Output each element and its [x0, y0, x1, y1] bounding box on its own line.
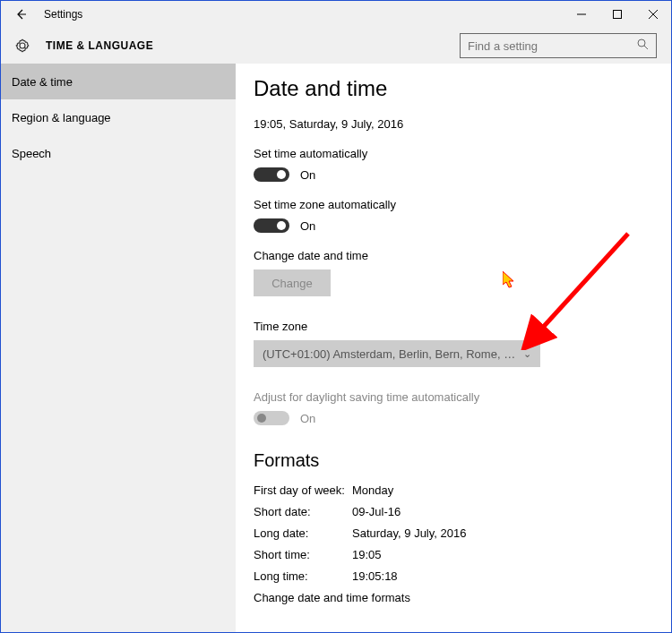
- set-time-auto-label: Set time automatically: [254, 147, 653, 160]
- change-button-label: Change: [271, 277, 313, 290]
- sidebar-item-date-time[interactable]: Date & time: [1, 64, 236, 99]
- window-title: Settings: [44, 8, 82, 21]
- fmt-long-date-value: Saturday, 9 July, 2016: [352, 526, 466, 540]
- set-time-auto-state: On: [300, 168, 315, 182]
- dst-state: On: [300, 412, 315, 425]
- set-time-auto-toggle[interactable]: [254, 167, 289, 182]
- timezone-value: (UTC+01:00) Amsterdam, Berlin, Bern, Rom…: [263, 347, 518, 361]
- fmt-first-day-value: Monday: [352, 483, 393, 497]
- titlebar: Settings: [1, 1, 671, 28]
- fmt-long-time-value: 19:05:18: [352, 569, 398, 583]
- back-button[interactable]: [8, 8, 33, 21]
- timezone-label: Time zone: [254, 320, 653, 333]
- fmt-long-time-label: Long time:: [254, 569, 352, 583]
- sidebar-item-region-language[interactable]: Region & language: [1, 99, 236, 135]
- set-tz-auto-toggle[interactable]: [254, 218, 289, 233]
- change-button: Change: [254, 269, 331, 296]
- svg-rect-1: [614, 11, 622, 19]
- sidebar-item-speech[interactable]: Speech: [1, 135, 236, 171]
- formats-heading: Formats: [254, 450, 653, 471]
- sidebar: Date & time Region & language Speech: [1, 64, 236, 633]
- current-datetime: 19:05, Saturday, 9 July, 2016: [254, 117, 653, 131]
- fmt-short-time-value: 19:05: [352, 548, 382, 561]
- fmt-long-date-label: Long date:: [254, 526, 352, 540]
- fmt-short-time-label: Short time:: [254, 548, 352, 561]
- search-input[interactable]: [468, 39, 637, 53]
- timezone-select[interactable]: (UTC+01:00) Amsterdam, Berlin, Bern, Rom…: [254, 340, 540, 367]
- svg-point-4: [638, 39, 645, 47]
- dst-label: Adjust for daylight saving time automati…: [254, 390, 653, 404]
- fmt-short-date-label: Short date:: [254, 505, 352, 518]
- fmt-short-date-value: 09-Jul-16: [352, 505, 401, 518]
- content-pane: Date and time 19:05, Saturday, 9 July, 2…: [236, 64, 671, 633]
- minimize-button[interactable]: [564, 1, 599, 28]
- set-tz-auto-label: Set time zone automatically: [254, 198, 653, 211]
- search-icon: [637, 38, 649, 54]
- change-formats-link[interactable]: Change date and time formats: [254, 591, 653, 604]
- change-dt-label: Change date and time: [254, 249, 653, 262]
- page-header: TIME & LANGUAGE: [1, 28, 671, 64]
- dst-toggle: [254, 411, 289, 425]
- search-box[interactable]: [460, 33, 657, 58]
- sidebar-item-label: Region & language: [12, 111, 111, 124]
- page-heading: Date and time: [254, 76, 653, 101]
- gear-icon: [12, 35, 33, 56]
- sidebar-item-label: Date & time: [12, 75, 73, 89]
- svg-line-5: [644, 46, 648, 49]
- section-title: TIME & LANGUAGE: [46, 39, 153, 52]
- maximize-button[interactable]: [599, 1, 635, 28]
- close-button[interactable]: [635, 1, 671, 28]
- sidebar-item-label: Speech: [12, 147, 51, 160]
- chevron-down-icon: ⌄: [523, 348, 531, 360]
- fmt-first-day-label: First day of week:: [254, 483, 352, 497]
- set-tz-auto-state: On: [300, 219, 315, 233]
